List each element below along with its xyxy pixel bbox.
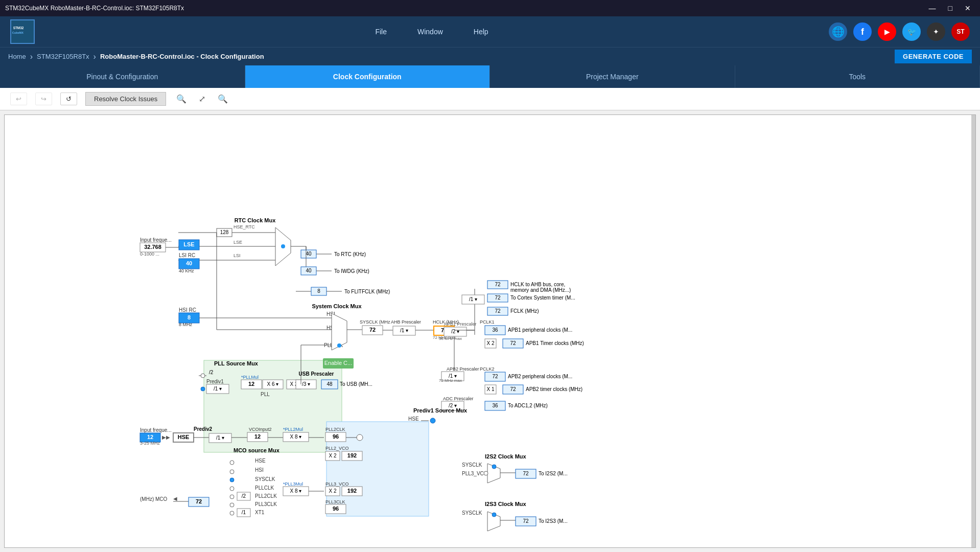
svg-text:APB1 peripheral clocks (M...: APB1 peripheral clocks (M... [508,327,572,333]
svg-text:*PLL3Mul: *PLL3Mul [283,481,303,487]
st-icon[interactable]: ST [951,22,970,41]
svg-text:SYSCLK: SYSCLK [462,462,482,468]
resolve-clock-button[interactable]: Resolve Clock Issues [85,92,166,106]
youtube-icon[interactable]: ▶ [878,22,896,41]
svg-text:36: 36 [492,403,498,408]
minimize-button[interactable]: — [925,3,940,13]
tab-tools[interactable]: Tools [735,65,981,88]
svg-text:STM32: STM32 [13,26,24,30]
main-nav: File Window Help [375,28,488,36]
svg-text:PLL3_VCO: PLL3_VCO [325,481,349,487]
svg-text:72: 72 [196,498,202,504]
svg-text:HSE: HSE [178,434,190,440]
svg-point-200 [230,495,234,499]
svg-text:/1 ▾: /1 ▾ [216,435,224,441]
breadcrumb-current: RoboMaster-B-RC-Control.ioc - Clock Conf… [100,53,264,60]
svg-text:X 2: X 2 [329,453,336,458]
svg-text:To USB (MH...: To USB (MH... [340,381,372,387]
web-icon[interactable]: 🌐 [829,22,847,41]
svg-text:/2 ▾: /2 ▾ [451,329,459,334]
zoom-fit-icon[interactable]: ⤢ [197,92,207,106]
svg-text:◀: ◀ [173,496,177,501]
svg-text:I2S2 Clock Mux: I2S2 Clock Mux [485,453,527,459]
refresh-button[interactable]: ↺ [60,93,77,105]
svg-point-125 [201,387,205,391]
svg-text:/2: /2 [209,370,214,375]
svg-point-206 [230,511,234,515]
svg-text:PLL Source Mux: PLL Source Mux [214,360,259,366]
svg-text:PLL3CLK: PLL3CLK [255,501,277,507]
svg-text:X 1: X 1 [486,386,494,392]
svg-text:72: 72 [523,471,529,476]
facebook-icon[interactable]: f [853,22,872,41]
svg-text:I2S3 Clock Mux: I2S3 Clock Mux [485,501,527,507]
svg-text:X 2: X 2 [329,488,336,494]
svg-text:Input freque...: Input freque... [140,427,172,433]
svg-text:/2: /2 [242,493,246,499]
svg-text:12: 12 [248,381,254,387]
generate-code-button[interactable]: GENERATE CODE [895,50,972,63]
svg-text:PLL2CLK: PLL2CLK [325,427,345,432]
scrollbar-thumb[interactable] [971,125,975,156]
breadcrumb-home[interactable]: Home [8,53,26,60]
svg-point-192 [230,470,234,474]
maximize-button[interactable]: □ [944,3,956,13]
svg-text:APB1 Timer clocks (MHz): APB1 Timer clocks (MHz) [526,340,584,346]
tab-clock[interactable]: Clock Configuration [245,65,491,88]
svg-text:APB2 Prescaler: APB2 Prescaler [447,366,479,372]
twitter-icon[interactable]: 🐦 [902,22,921,41]
canvas-container: RTC Clock Mux 128 HSE_RTC LSE LSI [4,114,976,548]
svg-text:APB2 timer clocks (MHz): APB2 timer clocks (MHz) [526,386,582,392]
svg-text:HSI: HSI [255,467,264,473]
social-links: 🌐 f ▶ 🐦 ✦ ST [829,22,970,41]
svg-text:AHB Prescaler: AHB Prescaler [391,319,421,325]
zoom-in-icon[interactable]: 🔍 [174,92,189,106]
tab-pinout[interactable]: Pinout & Configuration [0,65,245,88]
svg-text:128: 128 [220,229,229,235]
breadcrumb-mcu[interactable]: STM32F105R8Tx [37,53,89,60]
close-button[interactable]: ✕ [961,3,975,13]
svg-text:Enable C...: Enable C... [324,360,352,366]
redo-button[interactable]: ↪ [35,93,52,105]
svg-text:PLL2CLK: PLL2CLK [255,493,277,499]
svg-text:12: 12 [147,434,153,440]
svg-text:40: 40 [186,260,192,266]
svg-text:/1: /1 [242,510,246,515]
svg-text:ADC Prescaler: ADC Prescaler [443,396,474,401]
svg-text:LSE: LSE [234,240,242,245]
svg-text:To ADC1,2 (MHz): To ADC1,2 (MHz) [508,403,548,408]
svg-text:*PLL2Mul: *PLL2Mul [283,427,303,432]
svg-text:X 6 ▾: X 6 ▾ [267,381,279,387]
help-menu[interactable]: Help [474,28,488,36]
svg-text:96: 96 [333,505,339,512]
svg-text:192: 192 [347,452,357,458]
svg-point-170 [357,434,363,441]
window-menu[interactable]: Window [417,28,443,36]
svg-text:PCLK1: PCLK1 [480,319,495,325]
svg-text:HSE: HSE [408,416,419,422]
svg-text:PLLCLK: PLLCLK [255,485,274,491]
tab-project[interactable]: Project Manager [490,65,735,88]
svg-point-215 [492,465,496,469]
breadcrumb-sep2: › [94,52,96,61]
undo-button[interactable]: ↩ [10,93,27,105]
logo-icon: STM32 CubeMX [10,19,35,44]
svg-text:To I2S3 (M...: To I2S3 (M... [539,518,568,524]
svg-text:/1 ▾: /1 ▾ [400,328,408,333]
svg-text:3-25 MHz: 3-25 MHz [140,441,160,446]
clock-svg: RTC Clock Mux 128 HSE_RTC LSE LSI [5,115,608,547]
svg-text:72: 72 [369,327,376,333]
svg-text:/1 ▾: /1 ▾ [214,386,222,392]
svg-text:FCLK (MHz): FCLK (MHz) [510,308,539,314]
svg-text:32.768: 32.768 [144,244,161,250]
svg-text:PLL: PLL [261,392,270,397]
svg-text:72: 72 [495,282,501,287]
svg-text:72: 72 [495,308,501,314]
scrollbar[interactable] [971,115,975,547]
svg-text:HCLK to AHB bus, core,: HCLK to AHB bus, core, [510,282,565,287]
zoom-out-icon[interactable]: 🔍 [216,92,230,106]
svg-text:72: 72 [510,386,516,392]
window-controls[interactable]: — □ ✕ [925,3,975,13]
file-menu[interactable]: File [375,28,387,36]
network-icon[interactable]: ✦ [927,22,945,41]
